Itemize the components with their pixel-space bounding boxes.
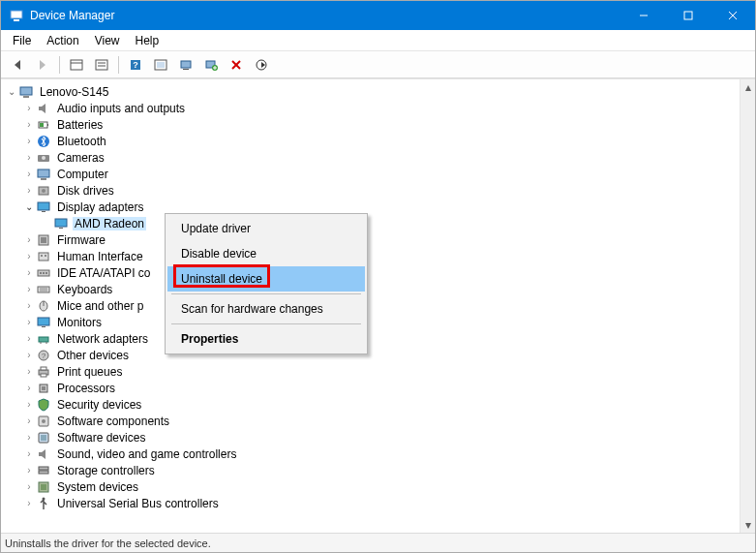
update-driver-button[interactable] [251,54,272,76]
category-universal-serial-bus-controllers[interactable]: › Universal Serial Bus controllers [5,495,740,511]
expander-icon[interactable]: › [22,135,36,148]
expander-icon[interactable]: › [22,398,36,412]
expander-icon[interactable]: › [22,184,36,198]
cm-scan-hardware[interactable]: Scan for hardware changes [167,296,365,322]
maximize-button[interactable] [666,1,711,30]
cm-disable-device[interactable]: Disable device [167,241,365,266]
back-button[interactable] [7,54,28,76]
expander-icon[interactable]: › [22,332,36,346]
category-batteries[interactable]: › Batteries [5,116,740,133]
cm-uninstall-device[interactable]: Uninstall device [167,266,365,292]
category-firmware[interactable]: › Firmware [5,231,740,248]
category-label: Mice and other p [55,299,145,313]
svg-rect-66 [41,367,46,370]
svg-point-71 [42,419,45,423]
help-button[interactable]: ? [125,54,146,76]
close-button[interactable] [711,1,755,30]
show-hide-console-button[interactable] [66,54,87,76]
expander-icon[interactable]: › [22,233,36,247]
svg-marker-74 [39,449,45,459]
category-keyboards[interactable]: › Keyboards [5,281,740,297]
expander-icon[interactable]: › [22,349,36,362]
device-tree[interactable]: ⌄ Lenovo-S145 › Audio inputs and outputs… [1,83,740,533]
expander-icon[interactable]: › [22,299,36,313]
expander-icon[interactable]: › [22,266,36,280]
keyboard-icon [36,282,51,297]
add-hardware-button[interactable] [200,54,222,76]
expander-icon[interactable]: › [22,250,36,263]
uninstall-button[interactable] [226,54,247,76]
category-label: Universal Serial Bus controllers [55,497,221,510]
category-processors[interactable]: › Processors [5,380,740,396]
category-label: IDE ATA/ATAPI co [55,266,152,280]
category-display-adapters[interactable]: ⌄ Display adapters [5,199,740,215]
menu-action[interactable]: Action [39,32,86,49]
category-label: Other devices [55,349,131,362]
cm-separator [171,293,361,294]
category-cameras[interactable]: › Cameras [5,149,740,166]
computer-icon [18,84,34,100]
category-network-adapters[interactable]: › Network adapters [5,330,740,347]
scroll-down-button[interactable]: ▾ [741,517,755,533]
category-storage-controllers[interactable]: › Storage controllers [5,462,740,478]
titlebar: Device Manager [1,1,755,30]
cm-properties[interactable]: Properties [167,326,365,352]
tree-root[interactable]: ⌄ Lenovo-S145 [5,83,740,100]
category-other-devices[interactable]: › ? Other devices [5,347,740,363]
svg-rect-48 [45,255,46,257]
menu-help[interactable]: Help [128,32,167,49]
category-software-components[interactable]: › Software components [5,413,740,429]
expander-icon[interactable]: › [22,316,36,329]
category-system-devices[interactable]: › System devices [5,478,740,495]
category-label: Security devices [55,398,143,412]
tree-root-label: Lenovo-S145 [38,85,110,99]
expander-icon[interactable]: › [22,497,36,510]
scan-hardware-button[interactable] [175,54,197,76]
action-button[interactable] [150,54,171,76]
category-monitors[interactable]: › Monitors [5,314,740,330]
expander-icon[interactable]: › [22,283,36,296]
computer-icon [36,167,51,182]
forward-button[interactable] [32,54,53,76]
swdev-icon [36,430,51,445]
svg-rect-43 [59,228,63,229]
category-disk-drives[interactable]: › Disk drives [5,182,740,199]
category-sound-video-and-game-controllers[interactable]: › Sound, video and game controllers [5,445,740,462]
expander-icon[interactable]: › [22,447,36,461]
expander-icon[interactable]: › [22,382,36,395]
svg-rect-46 [39,253,48,261]
expander-icon[interactable]: › [22,118,36,132]
menu-file[interactable]: File [5,32,39,49]
category-print-queues[interactable]: › Print queues [5,363,740,380]
expander-icon[interactable]: › [22,431,36,445]
category-security-devices[interactable]: › Security devices [5,396,740,413]
sw-icon [36,414,51,429]
category-audio-inputs-and-outputs[interactable]: › Audio inputs and outputs [5,100,740,116]
expander-icon[interactable]: › [22,102,36,115]
category-computer[interactable]: › Computer [5,166,740,182]
category-label: System devices [55,480,140,494]
properties-button[interactable] [91,54,112,76]
svg-point-50 [40,272,42,274]
category-bluetooth[interactable]: › Bluetooth [5,133,740,149]
vertical-scrollbar[interactable]: ▴ ▾ [740,79,755,533]
category-ide-ata-atapi-co[interactable]: › IDE ATA/ATAPI co [5,264,740,281]
category-label: Bluetooth [55,135,108,148]
device-amd-radeon[interactable]: AMD Radeon [5,215,740,231]
expander-icon[interactable]: › [22,415,36,428]
menu-view[interactable]: View [87,32,128,49]
expander-icon[interactable]: ⌄ [5,85,18,99]
expander-icon[interactable]: ⌄ [22,200,36,214]
category-mice-and-other-p[interactable]: › Mice and other p [5,297,740,314]
expander-icon[interactable]: › [22,151,36,165]
expander-icon[interactable]: › [22,365,36,379]
minimize-button[interactable] [621,1,666,30]
cm-update-driver[interactable]: Update driver [167,216,365,241]
category-human-interface[interactable]: › Human Interface [5,248,740,264]
expander-icon[interactable]: › [22,168,36,181]
expander-icon[interactable]: › [22,480,36,494]
scroll-up-button[interactable]: ▴ [741,79,755,95]
cpu-icon [36,381,51,396]
category-software-devices[interactable]: › Software devices [5,429,740,445]
expander-icon[interactable]: › [22,464,36,477]
